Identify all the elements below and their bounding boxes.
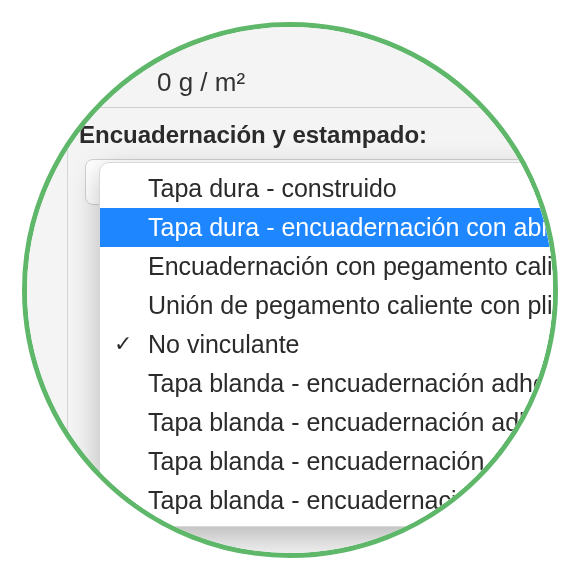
check-icon: ✓ [114,331,132,357]
option-label: Unión de pegamento caliente con pliegue [148,291,558,319]
option-label: Tapa dura - encuadernación con abrazader… [148,213,558,241]
binding-option[interactable]: Unión de pegamento caliente con pliegue [100,286,558,325]
binding-option[interactable]: Tapa dura - encuadernación con abrazader… [100,208,558,247]
binding-option[interactable]: Tapa blanda - encuadernación adhesiva [100,403,558,442]
option-label: Tapa blanda - encuadernación adhesiva [148,447,558,475]
binding-dropdown-menu[interactable]: Tapa dura - construido Tapa dura - encua… [99,162,558,527]
panel-left-border [67,27,68,558]
option-label: Tapa dura - construido [148,174,397,202]
section-divider [67,107,558,108]
option-label: No vinculante [148,330,299,358]
option-label: Tapa blanda - encuadernación adhesiva [148,369,558,397]
app-panel: 0 g / m² Encuadernación y estampado: Tap… [27,27,558,558]
binding-option[interactable]: Tapa blanda - encuadernación adhesiva [100,442,558,481]
weight-value: 0 g / m² [157,67,245,98]
binding-group-label: Encuadernación y estampado: [79,121,427,149]
option-label: Tapa blanda - encuadernación adhesiva [148,408,558,436]
shadow-decor [77,525,91,558]
binding-option[interactable]: Tapa blanda - encuadernación [100,481,558,520]
option-label: Tapa blanda - encuadernación [148,486,484,514]
binding-option[interactable]: Encuadernación con pegamento caliente [100,247,558,286]
circular-mask: 0 g / m² Encuadernación y estampado: Tap… [22,22,558,558]
binding-option[interactable]: Tapa blanda - encuadernación adhesiva [100,364,558,403]
option-label: Encuadernación con pegamento caliente [148,252,558,280]
binding-option[interactable]: Tapa dura - construido [100,169,558,208]
binding-option[interactable]: ✓No vinculante [100,325,558,364]
